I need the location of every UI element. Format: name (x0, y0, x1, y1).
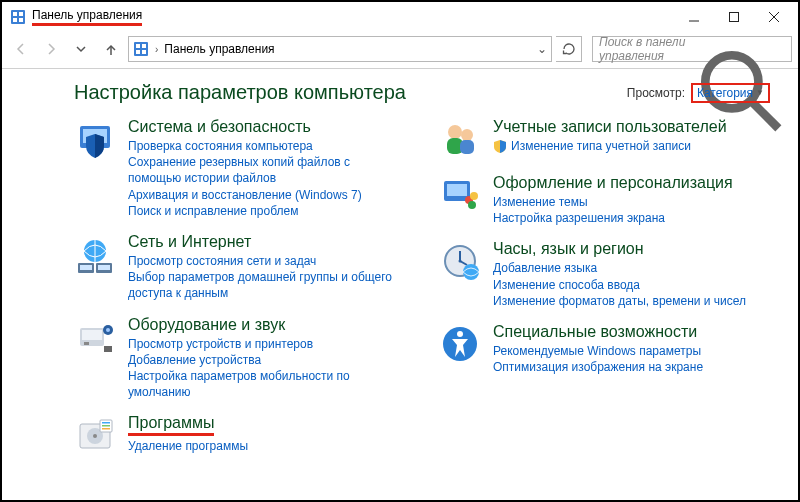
search-placeholder: Поиск в панели управления (599, 35, 692, 63)
svg-point-51 (463, 264, 479, 280)
appearance-icon (439, 174, 481, 216)
recent-locations-button[interactable] (68, 36, 94, 62)
svg-rect-1 (13, 12, 17, 16)
svg-rect-3 (13, 18, 17, 22)
category-link[interactable]: Изменение типа учетной записи (511, 138, 691, 154)
ease-of-access-icon (439, 323, 481, 365)
forward-button[interactable] (38, 36, 64, 62)
category-link[interactable]: Изменение темы (493, 194, 770, 210)
svg-point-40 (461, 129, 473, 141)
category-link[interactable]: Изменение форматов даты, времени и чисел (493, 293, 770, 309)
svg-rect-26 (82, 330, 102, 340)
svg-rect-27 (84, 342, 89, 345)
category-title[interactable]: Оборудование и звук (128, 316, 405, 334)
svg-rect-12 (142, 44, 146, 48)
refresh-button[interactable] (556, 36, 582, 62)
category-link[interactable]: Поиск и исправление проблем (128, 203, 405, 219)
category-link[interactable]: Рекомендуемые Windows параметры (493, 343, 770, 359)
control-panel-icon (10, 9, 26, 25)
chevron-down-icon: ▼ (756, 88, 764, 97)
svg-rect-24 (98, 265, 110, 270)
svg-point-29 (106, 328, 110, 332)
category-title[interactable]: Учетные записи пользователей (493, 118, 770, 136)
category-link[interactable]: Оптимизация изображения на экране (493, 359, 770, 375)
window-title: Панель управления (32, 8, 142, 26)
breadcrumb[interactable]: › Панель управления ⌄ (128, 36, 552, 62)
category-network: Сеть и Интернет Просмотр состояния сети … (74, 233, 405, 302)
titlebar: Панель управления (2, 2, 798, 32)
category-link[interactable]: Сохранение резервных копий файлов с помо… (128, 154, 405, 186)
control-panel-icon (133, 41, 149, 57)
maximize-button[interactable] (714, 3, 754, 31)
back-button[interactable] (8, 36, 34, 62)
uac-shield-icon (493, 139, 507, 153)
category-system-security: Система и безопасность Проверка состояни… (74, 118, 405, 219)
category-title[interactable]: Сеть и Интернет (128, 233, 405, 251)
svg-point-33 (93, 434, 97, 438)
clock-language-region-icon (439, 240, 481, 282)
svg-rect-30 (104, 346, 112, 352)
category-user-accounts: Учетные записи пользователей Изменение т… (439, 118, 770, 160)
search-icon[interactable] (692, 42, 785, 56)
svg-rect-43 (447, 184, 467, 196)
svg-rect-2 (19, 12, 23, 16)
category-link[interactable]: Настройка параметров мобильности по умол… (128, 368, 405, 400)
category-title[interactable]: Оформление и персонализация (493, 174, 770, 192)
page-heading: Настройка параметров компьютера (74, 81, 406, 104)
svg-rect-36 (102, 425, 110, 427)
system-security-icon (74, 118, 116, 160)
content-area: Настройка параметров компьютера Просмотр… (2, 69, 798, 478)
svg-rect-14 (142, 50, 146, 54)
svg-rect-13 (136, 50, 140, 54)
svg-rect-41 (460, 140, 474, 154)
svg-rect-23 (80, 265, 92, 270)
view-by-value: Категория (697, 86, 753, 100)
view-by-label: Просмотр: (627, 86, 685, 100)
category-title[interactable]: Система и безопасность (128, 118, 405, 136)
left-column: Система и безопасность Проверка состояни… (74, 118, 405, 470)
category-link[interactable]: Удаление программы (128, 438, 405, 454)
close-button[interactable] (754, 3, 794, 31)
programs-icon (74, 414, 116, 456)
view-by-selector[interactable]: Категория ▼ (691, 83, 770, 103)
category-title[interactable]: Часы, язык и регион (493, 240, 770, 258)
svg-point-38 (448, 125, 462, 139)
category-link[interactable]: Проверка состояния компьютера (128, 138, 405, 154)
right-column: Учетные записи пользователей Изменение т… (439, 118, 770, 470)
category-link[interactable]: Выбор параметров домашней группы и общег… (128, 269, 405, 301)
breadcrumb-label[interactable]: Панель управления (164, 42, 274, 56)
category-link[interactable]: Просмотр устройств и принтеров (128, 336, 405, 352)
category-link[interactable]: Просмотр состояния сети и задач (128, 253, 405, 269)
category-link[interactable]: Изменение способа ввода (493, 277, 770, 293)
svg-rect-11 (136, 44, 140, 48)
category-title[interactable]: Специальные возможности (493, 323, 770, 341)
minimize-button[interactable] (674, 3, 714, 31)
svg-rect-37 (102, 428, 110, 430)
svg-rect-6 (730, 13, 739, 22)
svg-point-45 (470, 192, 478, 200)
category-clock-language-region: Часы, язык и регион Добавление языка Изм… (439, 240, 770, 309)
svg-point-53 (457, 331, 463, 337)
up-button[interactable] (98, 36, 124, 62)
category-ease-of-access: Специальные возможности Рекомендуемые Wi… (439, 323, 770, 375)
user-accounts-icon (439, 118, 481, 160)
network-icon (74, 233, 116, 275)
category-link[interactable]: Настройка разрешения экрана (493, 210, 770, 226)
view-by: Просмотр: Категория ▼ (627, 83, 770, 103)
svg-rect-35 (102, 422, 110, 424)
category-link[interactable]: Архивация и восстановление (Windows 7) (128, 187, 405, 203)
category-link[interactable]: Добавление языка (493, 260, 770, 276)
category-programs: Программы Удаление программы (74, 414, 405, 456)
chevron-down-icon[interactable]: ⌄ (537, 42, 547, 56)
category-hardware-sound: Оборудование и звук Просмотр устройств и… (74, 316, 405, 401)
chevron-right-icon: › (155, 44, 158, 55)
search-input[interactable]: Поиск в панели управления (592, 36, 792, 62)
category-link[interactable]: Добавление устройства (128, 352, 405, 368)
address-bar-row: › Панель управления ⌄ Поиск в панели упр… (2, 32, 798, 66)
hardware-sound-icon (74, 316, 116, 358)
svg-point-46 (468, 201, 476, 209)
svg-point-50 (459, 260, 462, 263)
category-title[interactable]: Программы (128, 414, 214, 436)
svg-rect-4 (19, 18, 23, 22)
category-appearance: Оформление и персонализация Изменение те… (439, 174, 770, 226)
